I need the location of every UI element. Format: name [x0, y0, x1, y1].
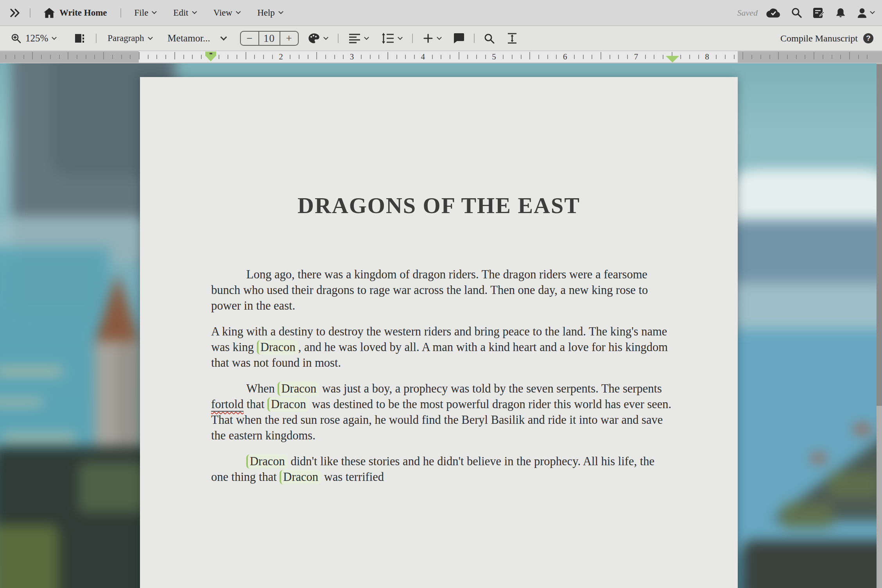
font-size-increase-button[interactable]: +	[280, 32, 298, 45]
ruler-number: 5	[492, 52, 496, 62]
ruler-tick	[832, 55, 832, 59]
right-indent-marker[interactable]	[666, 56, 679, 63]
menu-edit-label: Edit	[173, 8, 188, 18]
zoom-in-icon[interactable]	[11, 33, 22, 44]
separator	[96, 34, 97, 43]
font-family-select[interactable]: Metamor...	[168, 33, 226, 44]
chevron-down-icon[interactable]	[437, 35, 442, 40]
chevron-down-icon	[148, 35, 153, 40]
ruler-tick	[228, 55, 228, 59]
chevron-down-icon[interactable]	[870, 9, 875, 14]
document-title[interactable]: DRAGONS OF THE EAST	[140, 192, 738, 219]
paragraph-style-value: Paragraph	[108, 33, 144, 43]
ruler-tick	[627, 55, 628, 59]
chevron-down-icon	[236, 9, 241, 14]
home-icon[interactable]	[44, 8, 55, 18]
search-icon[interactable]	[791, 7, 802, 18]
chevron-down-icon[interactable]	[398, 35, 403, 40]
comment-icon[interactable]	[453, 33, 464, 44]
ruler-tick	[343, 55, 344, 59]
account-icon[interactable]	[857, 7, 868, 18]
ruler-tick	[601, 52, 601, 59]
separator	[412, 34, 413, 43]
font-size-value[interactable]: 10	[258, 32, 280, 45]
align-left-icon[interactable]	[349, 33, 360, 43]
character-mention[interactable]: Dracon	[257, 340, 298, 355]
menu-file[interactable]: File	[134, 8, 156, 18]
character-mention[interactable]: Dracon	[267, 397, 309, 412]
left-indent-marker[interactable]	[205, 52, 216, 61]
chevron-down-icon	[220, 34, 227, 41]
ruler-tick	[86, 55, 86, 59]
paragraph[interactable]: Long ago, there was a kingdom of dragon …	[211, 267, 672, 314]
chevron-down-icon[interactable]	[364, 35, 369, 40]
ruler-tick	[121, 55, 122, 59]
menu-help-label: Help	[257, 8, 275, 18]
ruler-tick	[361, 55, 362, 59]
zoom-level[interactable]: 125%	[25, 33, 48, 44]
paragraph-style-select[interactable]: Paragraph	[108, 33, 152, 43]
ruler-tick	[618, 55, 619, 59]
ruler-tick	[538, 55, 539, 59]
help-icon[interactable]: ?	[863, 33, 873, 43]
ruler-tick	[23, 55, 24, 59]
ruler-tick	[787, 55, 788, 59]
character-mention[interactable]: Dracon	[280, 470, 321, 484]
menu-edit[interactable]: Edit	[173, 8, 196, 18]
ruler-tick	[778, 52, 779, 59]
expand-sidebar-icon[interactable]	[9, 8, 21, 18]
document-page[interactable]: DRAGONS OF THE EAST Long ago, there was …	[140, 77, 738, 588]
ruler-tick	[547, 55, 548, 59]
ruler-tick	[512, 55, 513, 59]
insert-plus-icon[interactable]	[423, 33, 433, 43]
home-link[interactable]: Write Home	[59, 8, 107, 18]
ruler-tick	[521, 55, 522, 59]
ruler-tick	[308, 55, 308, 59]
feedback-notes-icon[interactable]	[813, 7, 825, 18]
chevron-down-icon[interactable]	[323, 35, 328, 40]
separator	[120, 8, 121, 18]
paragraph[interactable]: When Dracon was just a boy, a prophecy w…	[211, 381, 672, 443]
font-size-decrease-button[interactable]: −	[241, 32, 258, 45]
ruler-tick	[59, 55, 60, 59]
color-palette-icon[interactable]	[308, 33, 320, 44]
misspelled-word[interactable]: fortold	[211, 398, 244, 412]
ruler-tick	[610, 55, 610, 59]
ruler-tick	[574, 55, 575, 59]
scrollbar-thumb[interactable]	[877, 64, 882, 406]
ruler-tick	[219, 55, 219, 59]
ruler-tick	[192, 55, 193, 59]
ruler-tick	[299, 55, 299, 59]
ruler-tick	[139, 52, 140, 59]
ruler-tick	[387, 52, 388, 59]
ruler-tick	[432, 55, 433, 59]
vertical-scrollbar[interactable]	[877, 63, 882, 588]
ruler-tick	[742, 52, 743, 59]
menu-bar: Write Home File Edit View Help Saved	[0, 0, 882, 26]
notifications-bell-icon[interactable]	[835, 7, 846, 18]
line-height-icon[interactable]	[507, 33, 517, 44]
character-mention[interactable]: Dracon	[246, 454, 288, 469]
ruler-tick	[450, 55, 450, 59]
menu-help[interactable]: Help	[257, 8, 283, 18]
document-body[interactable]: Long ago, there was a kingdom of dragon …	[211, 267, 672, 485]
character-mention[interactable]: Dracon	[278, 382, 319, 396]
ruler-tick	[529, 52, 530, 59]
ruler-tick	[476, 55, 477, 59]
paragraph[interactable]: Dracon didn't like these stories and he …	[211, 454, 672, 485]
chevron-down-icon[interactable]	[52, 35, 57, 40]
ruler-tick	[174, 52, 175, 59]
ruler-tick	[796, 55, 797, 59]
menu-view[interactable]: View	[213, 8, 240, 18]
ruler-tick	[867, 55, 868, 59]
ruler-number: 4	[421, 52, 425, 62]
ruler-tick	[467, 55, 468, 59]
ruler-number: 3	[350, 52, 354, 62]
page-layout-icon[interactable]	[74, 33, 85, 44]
ruler: 12345678	[0, 51, 882, 63]
compile-manuscript-button[interactable]: Compile Manuscript	[780, 33, 858, 44]
ruler-tick	[734, 55, 735, 59]
find-icon[interactable]	[484, 33, 495, 44]
line-spacing-icon[interactable]	[382, 33, 394, 44]
paragraph[interactable]: A king with a destiny to destroy the wes…	[211, 324, 672, 371]
